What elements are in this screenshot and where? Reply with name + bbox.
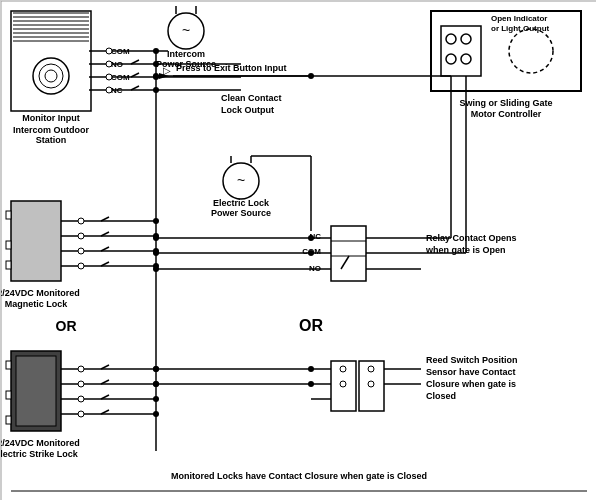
svg-point-158 xyxy=(153,366,159,372)
svg-rect-64 xyxy=(6,211,11,219)
svg-text:~: ~ xyxy=(237,172,245,188)
svg-point-26 xyxy=(106,87,112,93)
svg-text:OR: OR xyxy=(299,317,323,334)
svg-point-150 xyxy=(368,366,374,372)
svg-text:Open Indicator: Open Indicator xyxy=(491,14,547,23)
wiring-diagram: Monitor Input Intercom Outdoor Station C… xyxy=(0,0,596,500)
svg-text:Electric Strike Lock: Electric Strike Lock xyxy=(1,449,79,459)
svg-text:Magnetic Lock: Magnetic Lock xyxy=(5,299,69,309)
svg-text:or Light Output: or Light Output xyxy=(491,24,550,33)
svg-point-111 xyxy=(153,396,159,402)
svg-rect-92 xyxy=(6,361,11,369)
svg-rect-94 xyxy=(6,416,11,424)
svg-text:Closure when gate is: Closure when gate is xyxy=(426,379,516,389)
svg-text:▷: ▷ xyxy=(163,65,171,76)
svg-rect-93 xyxy=(6,391,11,399)
svg-point-183 xyxy=(308,73,314,79)
svg-text:Intercom: Intercom xyxy=(167,49,205,59)
svg-text:Reed Switch Position: Reed Switch Position xyxy=(426,355,518,365)
svg-point-76 xyxy=(78,263,84,269)
svg-point-102 xyxy=(78,381,84,387)
svg-point-161 xyxy=(308,381,314,387)
svg-point-164 xyxy=(446,34,456,44)
svg-point-165 xyxy=(461,34,471,44)
svg-text:Motor Controller: Motor Controller xyxy=(471,109,542,119)
svg-point-138 xyxy=(153,250,159,256)
svg-text:12/24VDC Monitored: 12/24VDC Monitored xyxy=(1,438,80,448)
svg-rect-117 xyxy=(331,226,366,281)
svg-rect-163 xyxy=(441,26,481,76)
svg-text:Station: Station xyxy=(36,135,67,145)
svg-point-81 xyxy=(153,218,159,224)
svg-text:Swing or Sliding Gate: Swing or Sliding Gate xyxy=(459,98,552,108)
svg-text:Intercom Outdoor: Intercom Outdoor xyxy=(13,125,89,135)
svg-point-103 xyxy=(78,396,84,402)
svg-point-159 xyxy=(153,381,159,387)
svg-text:Monitored Locks have Contact C: Monitored Locks have Contact Closure whe… xyxy=(171,471,427,481)
svg-text:OR: OR xyxy=(56,318,77,334)
svg-point-139 xyxy=(153,266,159,272)
svg-rect-91 xyxy=(16,356,56,426)
monitor-input-label: Monitor Input xyxy=(22,113,79,123)
svg-rect-66 xyxy=(6,261,11,269)
svg-point-148 xyxy=(340,366,346,372)
svg-point-149 xyxy=(340,381,346,387)
svg-text:Power Source: Power Source xyxy=(211,208,271,218)
svg-text:Electric Lock: Electric Lock xyxy=(213,198,270,208)
svg-point-24 xyxy=(106,61,112,67)
svg-point-166 xyxy=(446,54,456,64)
svg-text:Clean Contact: Clean Contact xyxy=(221,93,282,103)
svg-point-10 xyxy=(33,58,69,94)
svg-text:~: ~ xyxy=(182,22,190,38)
svg-point-23 xyxy=(106,48,112,54)
svg-text:Sensor have Contact: Sensor have Contact xyxy=(426,367,516,377)
svg-point-101 xyxy=(78,366,84,372)
svg-point-73 xyxy=(78,218,84,224)
svg-point-112 xyxy=(153,411,159,417)
svg-point-137 xyxy=(153,235,159,241)
svg-point-151 xyxy=(368,381,374,387)
svg-rect-65 xyxy=(6,241,11,249)
svg-point-180 xyxy=(153,73,159,79)
svg-point-160 xyxy=(308,366,314,372)
svg-point-74 xyxy=(78,233,84,239)
svg-text:Lock Output: Lock Output xyxy=(221,105,274,115)
svg-text:12/24VDC Monitored: 12/24VDC Monitored xyxy=(1,288,80,298)
svg-point-25 xyxy=(106,74,112,80)
svg-rect-63 xyxy=(11,201,61,281)
svg-point-75 xyxy=(78,248,84,254)
svg-point-40 xyxy=(153,48,159,54)
svg-point-104 xyxy=(78,411,84,417)
svg-point-167 xyxy=(461,54,471,64)
svg-text:Closed: Closed xyxy=(426,391,456,401)
